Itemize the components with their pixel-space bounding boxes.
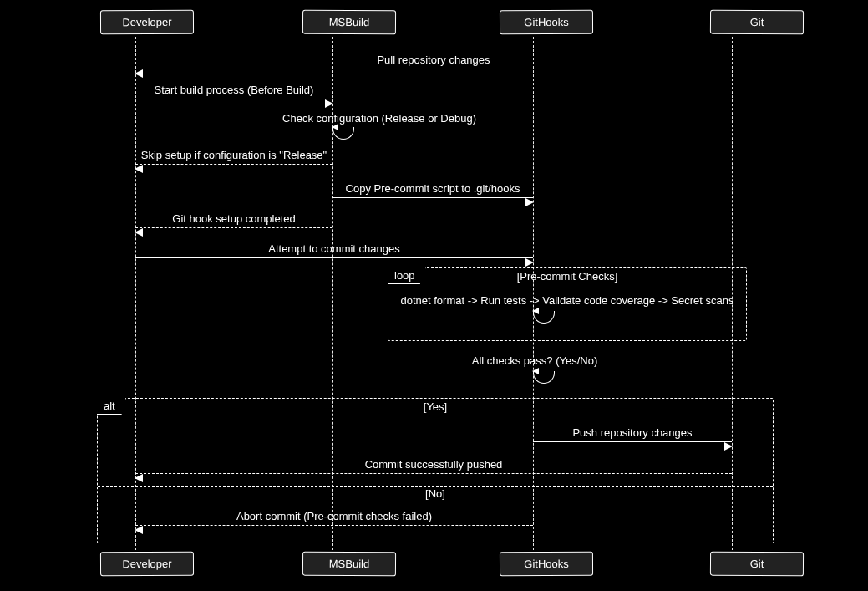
selfloop-all-checks-pass bbox=[533, 371, 555, 384]
frame-alt-no-label: [No] bbox=[425, 487, 445, 500]
arrow-skip-setup bbox=[135, 164, 332, 165]
participant-githooks-bottom: GitHooks bbox=[500, 552, 593, 577]
msg-push-repo: Push repository changes bbox=[533, 426, 732, 439]
msg-abort-commit: Abort commit (Pre-commit checks failed) bbox=[135, 510, 533, 522]
msg-hook-setup-complete: Git hook setup completed bbox=[135, 212, 332, 225]
participant-msbuild-top: MSBuild bbox=[302, 10, 396, 35]
msg-attempt-commit: Attempt to commit changes bbox=[135, 242, 533, 255]
frame-alt-yes-label: [Yes] bbox=[424, 400, 447, 413]
msg-all-checks-pass: All checks pass? (Yes/No) bbox=[443, 354, 627, 367]
participant-git-bottom: Git bbox=[710, 552, 804, 577]
participant-msbuild-bottom: MSBuild bbox=[302, 552, 396, 577]
frame-alt-divider bbox=[98, 486, 773, 487]
frame-alt-tag: alt bbox=[97, 398, 126, 415]
arrow-commit-pushed bbox=[135, 473, 732, 474]
participant-developer-bottom: Developer bbox=[100, 552, 194, 577]
msg-copy-script: Copy Pre-commit script to .git/hooks bbox=[332, 182, 533, 195]
arrow-hook-setup-complete bbox=[135, 227, 332, 228]
msg-start-build: Start build process (Before Build) bbox=[135, 84, 332, 96]
selfloop-check-config bbox=[332, 127, 354, 140]
arrow-start-build bbox=[135, 99, 332, 99]
participant-git-top: Git bbox=[710, 10, 804, 35]
participant-githooks-top: GitHooks bbox=[500, 10, 593, 35]
msg-check-config: Check configuration (Release or Debug) bbox=[251, 112, 476, 125]
msg-precommit-checks: dotnet format -> Run tests -> Validate c… bbox=[394, 294, 740, 307]
arrow-attempt-commit bbox=[135, 257, 533, 258]
frame-loop-tag: loop bbox=[388, 267, 426, 284]
msg-pull-repo: Pull repository changes bbox=[135, 53, 732, 66]
arrow-pull-repo bbox=[135, 69, 732, 69]
msg-skip-setup: Skip setup if configuration is "Release" bbox=[135, 149, 332, 161]
arrow-abort-commit bbox=[135, 525, 533, 526]
arrow-push-repo bbox=[533, 441, 732, 442]
arrow-copy-script bbox=[332, 197, 533, 198]
frame-loop-title: [Pre-commit Checks] bbox=[517, 270, 618, 283]
msg-commit-pushed: Commit successfully pushed bbox=[135, 458, 732, 471]
participant-developer-top: Developer bbox=[100, 10, 194, 35]
